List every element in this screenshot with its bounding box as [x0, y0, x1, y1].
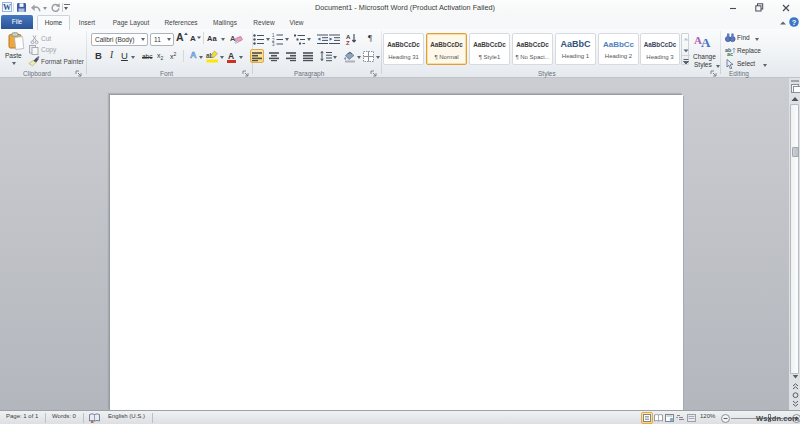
- svg-text:3: 3: [272, 42, 275, 47]
- svg-text:?: ?: [792, 18, 797, 27]
- svg-text:A: A: [701, 35, 711, 50]
- svg-text:ac: ac: [727, 51, 733, 57]
- svg-text:A: A: [346, 34, 351, 40]
- svg-text:Z: Z: [346, 40, 350, 46]
- svg-text:W: W: [3, 3, 11, 12]
